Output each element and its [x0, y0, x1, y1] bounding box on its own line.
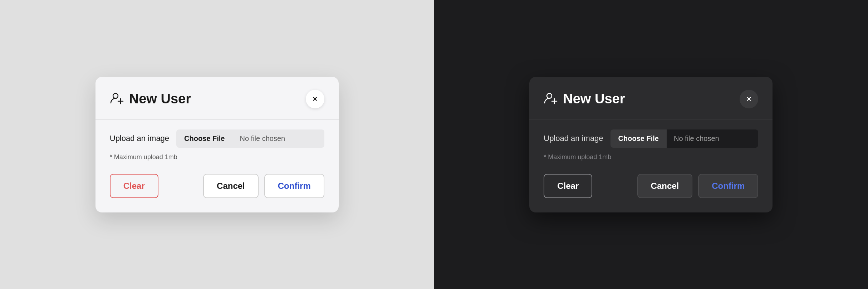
divider-light	[95, 119, 339, 119]
choose-file-button-light[interactable]: Choose File	[176, 129, 232, 148]
user-plus-icon	[110, 91, 124, 107]
max-size-note-light: * Maximum upload 1mb	[110, 153, 324, 161]
no-file-text-dark: No file chosen	[667, 129, 758, 148]
light-panel: New User × Upload an image Choose File N…	[0, 0, 434, 289]
svg-point-0	[113, 93, 118, 98]
upload-label-light: Upload an image	[110, 134, 169, 143]
modal-header-dark: New User ×	[544, 90, 758, 108]
svg-point-3	[547, 93, 552, 98]
clear-button-dark[interactable]: Clear	[544, 174, 592, 198]
upload-label-dark: Upload an image	[544, 134, 603, 143]
dark-panel: New User × Upload an image Choose File N…	[434, 0, 868, 289]
modal-title-light: New User	[129, 91, 301, 107]
dark-modal: New User × Upload an image Choose File N…	[529, 77, 773, 212]
max-size-note-dark: * Maximum upload 1mb	[544, 153, 758, 161]
file-input-wrapper-dark: Choose File No file chosen	[610, 129, 759, 148]
confirm-button-light[interactable]: Confirm	[264, 174, 324, 198]
upload-row-dark: Upload an image Choose File No file chos…	[544, 129, 758, 148]
close-button-light[interactable]: ×	[306, 90, 324, 108]
upload-row-light: Upload an image Choose File No file chos…	[110, 129, 324, 148]
file-input-wrapper-light: Choose File No file chosen	[176, 129, 324, 148]
choose-file-button-dark[interactable]: Choose File	[610, 129, 667, 148]
divider-dark	[529, 119, 773, 119]
modal-title-dark: New User	[563, 91, 735, 107]
confirm-button-dark[interactable]: Confirm	[698, 174, 758, 198]
no-file-text-light: No file chosen	[232, 129, 324, 148]
user-plus-icon-dark	[544, 91, 558, 107]
modal-footer-dark: Clear Cancel Confirm	[544, 174, 758, 198]
clear-button-light[interactable]: Clear	[110, 174, 158, 198]
light-modal: New User × Upload an image Choose File N…	[95, 77, 339, 212]
close-button-dark[interactable]: ×	[740, 90, 758, 108]
modal-header: New User ×	[110, 90, 324, 108]
modal-footer-light: Clear Cancel Confirm	[110, 174, 324, 198]
cancel-button-dark[interactable]: Cancel	[637, 174, 693, 198]
cancel-button-light[interactable]: Cancel	[203, 174, 259, 198]
